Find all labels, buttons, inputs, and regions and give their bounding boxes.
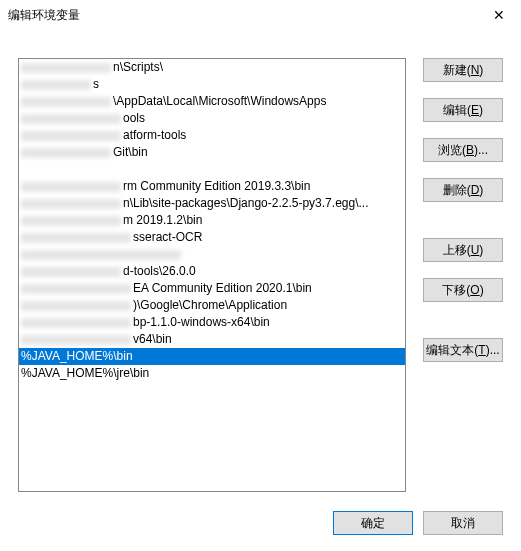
edit-button[interactable]: 编辑(E) [423, 98, 503, 122]
button-column: 新建(N) 编辑(E) 浏览(B)... 删除(D) 上移(U) 下移(O) 编… [423, 58, 503, 368]
dialog-content: n\Scripts\s\AppData\Local\Microsoft\Wind… [0, 30, 521, 551]
list-item[interactable]: )\Google\Chrome\Application [19, 297, 405, 314]
list-item-text: ools [123, 111, 145, 125]
list-item[interactable]: sseract-OCR [19, 229, 405, 246]
list-item[interactable]: n\Scripts\ [19, 59, 405, 76]
list-item-text: \AppData\Local\Microsoft\WindowsApps [113, 94, 326, 108]
list-item-text: %JAVA_HOME%\jre\bin [21, 366, 149, 380]
list-item-text: atform-tools [123, 128, 186, 142]
path-listbox[interactable]: n\Scripts\s\AppData\Local\Microsoft\Wind… [18, 58, 406, 492]
move-down-button[interactable]: 下移(O) [423, 278, 503, 302]
list-item[interactable]: %JAVA_HOME%\bin [19, 348, 405, 365]
list-item[interactable]: \AppData\Local\Microsoft\WindowsApps [19, 93, 405, 110]
browse-button[interactable]: 浏览(B)... [423, 138, 503, 162]
delete-button[interactable]: 删除(D) [423, 178, 503, 202]
list-item[interactable]: m 2019.1.2\bin [19, 212, 405, 229]
list-item-text: sseract-OCR [133, 230, 202, 244]
list-item-text: bp-1.1.0-windows-x64\bin [133, 315, 270, 329]
list-item[interactable]: Git\bin [19, 144, 405, 161]
list-item-text: )\Google\Chrome\Application [133, 298, 287, 312]
close-icon[interactable]: ✕ [476, 0, 521, 30]
list-item[interactable]: s [19, 76, 405, 93]
list-item[interactable]: ools [19, 110, 405, 127]
list-item-text: d-tools\26.0.0 [123, 264, 196, 278]
list-item-text: n\Lib\site-packages\Django-2.2.5-py3.7.e… [123, 196, 368, 210]
list-item-text: EA Community Edition 2020.1\bin [133, 281, 312, 295]
dialog-title: 编辑环境变量 [8, 7, 80, 24]
ok-button[interactable]: 确定 [333, 511, 413, 535]
new-button[interactable]: 新建(N) [423, 58, 503, 82]
list-item[interactable]: bp-1.1.0-windows-x64\bin [19, 314, 405, 331]
list-item[interactable]: %JAVA_HOME%\jre\bin [19, 365, 405, 382]
list-item-text: s [93, 77, 99, 91]
list-item[interactable] [19, 246, 405, 263]
list-item-text: %JAVA_HOME%\bin [21, 349, 133, 363]
list-item[interactable]: rm Community Edition 2019.3.3\bin [19, 178, 405, 195]
list-item[interactable]: EA Community Edition 2020.1\bin [19, 280, 405, 297]
dialog-footer: 确定 取消 [333, 511, 503, 535]
edit-text-button[interactable]: 编辑文本(T)... [423, 338, 503, 362]
list-item[interactable]: d-tools\26.0.0 [19, 263, 405, 280]
list-item[interactable]: v64\bin [19, 331, 405, 348]
list-item-text: Git\bin [113, 145, 148, 159]
move-up-button[interactable]: 上移(U) [423, 238, 503, 262]
titlebar: 编辑环境变量 ✕ [0, 0, 521, 30]
list-item-text: v64\bin [133, 332, 172, 346]
list-item-text: n\Scripts\ [113, 60, 163, 74]
list-item-text: m 2019.1.2\bin [123, 213, 202, 227]
cancel-button[interactable]: 取消 [423, 511, 503, 535]
list-item[interactable]: atform-tools [19, 127, 405, 144]
list-item[interactable]: n\Lib\site-packages\Django-2.2.5-py3.7.e… [19, 195, 405, 212]
list-item-text: rm Community Edition 2019.3.3\bin [123, 179, 310, 193]
list-item[interactable] [19, 161, 405, 178]
